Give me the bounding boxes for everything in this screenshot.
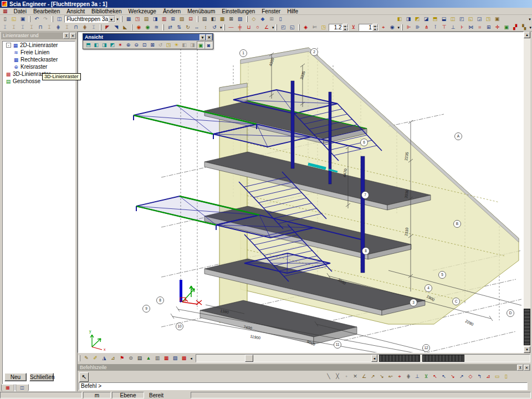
photo-icon[interactable]: ◧	[181, 41, 188, 49]
grid-red-icon[interactable]: ▦	[162, 355, 171, 362]
tree-expander-icon[interactable]: -	[6, 43, 11, 48]
undo-icon[interactable]: ↶	[32, 16, 41, 23]
save-icon[interactable]: ▣	[18, 16, 27, 23]
mid-more-button[interactable]: ▾	[397, 24, 400, 31]
project-icon[interactable]: ▦	[124, 16, 133, 23]
menu-werkzeuge[interactable]: Werkzeuge	[125, 8, 160, 15]
zoom-all-icon[interactable]: ⊠	[149, 41, 156, 49]
calc-icon[interactable]: ◇	[249, 16, 258, 23]
snap-end-icon[interactable]: ↖	[431, 372, 439, 381]
rotate-icon[interactable]: ↻	[183, 24, 192, 31]
command-line-header[interactable]: Befehlszeile ⊼ ✕	[78, 364, 530, 371]
wall-icon[interactable]: ⌶	[27, 24, 36, 31]
section-icon[interactable]: ▧	[177, 16, 186, 23]
scale-spinner[interactable]: 1.2 ▲▼	[329, 24, 349, 31]
support-icon[interactable]: ◉	[134, 24, 143, 31]
draw-more-button[interactable]: ▾	[272, 24, 274, 31]
render-view-icon[interactable]: ◙	[204, 41, 213, 49]
status-plane[interactable]: Ebene XY	[112, 392, 144, 398]
tab-windows[interactable]: ◫	[16, 384, 29, 391]
slab-icon[interactable]: ⋕	[80, 24, 89, 31]
connect-5-icon[interactable]: ⊤	[440, 24, 449, 31]
snap-tab-icon[interactable]: ▯	[502, 372, 510, 381]
snap-node-icon[interactable]: ↖	[439, 372, 448, 381]
subsoil-icon[interactable]: ≋	[152, 24, 161, 31]
copy-icon[interactable]: ⇅	[175, 24, 183, 31]
rib-icon[interactable]: ⊓	[36, 24, 45, 31]
viewport-collapse-button[interactable]: ◂	[189, 355, 193, 362]
tree-item-rechteckraster[interactable]: ▦Rechteckraster	[3, 56, 75, 63]
connect-9-icon[interactable]: ⌗	[475, 24, 484, 31]
beam-icon[interactable]: ⌶	[1, 24, 9, 31]
snap-int-icon[interactable]: ↘	[448, 372, 457, 381]
connect-10-icon[interactable]: ⊞	[484, 24, 493, 31]
steel-more-button[interactable]: ▾	[529, 24, 532, 31]
view-top-icon[interactable]: ⬒	[84, 41, 92, 49]
table-icon[interactable]: ⊟	[186, 16, 195, 23]
wnd-close-icon[interactable]: ◪	[422, 16, 431, 23]
snap-arc-icon[interactable]: ↰	[475, 372, 484, 381]
wnd-max-icon[interactable]: ◲	[475, 16, 484, 23]
select-cursor-icon[interactable]: ✎	[82, 355, 91, 362]
calc-view-icon[interactable]: ▣	[197, 41, 205, 49]
menu-bearbeiten[interactable]: Bearbeiten	[30, 8, 63, 15]
wnd-float-icon[interactable]: ◰	[457, 16, 466, 23]
spinner2-down-icon[interactable]: ▼	[372, 27, 378, 30]
workplane-icon[interactable]: ◨	[151, 16, 160, 23]
connect-11-icon[interactable]: ✛	[493, 24, 502, 31]
wnd-dock-icon[interactable]: ◫	[448, 16, 457, 23]
grid-settings-icon[interactable]: ▥	[160, 16, 168, 23]
ruler-icon[interactable]: ◮	[100, 355, 109, 362]
tree-item-freie-linien[interactable]: ≋Freie Linien	[3, 49, 75, 56]
frame-conn-icon[interactable]: ▚	[520, 24, 529, 31]
vertical-scrollbar[interactable]: ▲ ▼	[524, 32, 530, 353]
vscroll-thumb[interactable]	[524, 309, 530, 345]
cmd-pin-icon[interactable]: ⊼	[517, 365, 523, 371]
tree-item-kreisraster[interactable]: ⊕Kreisraster	[3, 63, 75, 70]
menu-menübaum[interactable]: Menübaum	[184, 8, 218, 15]
wnd-new-icon[interactable]: ◩	[413, 16, 422, 23]
opening-icon[interactable]: ⊓	[71, 24, 80, 31]
connect-7-icon[interactable]: ⊦	[458, 24, 467, 31]
scale2-spinner[interactable]: 1 ▲▼	[359, 24, 378, 31]
vscroll-down-arrow[interactable]: ▼	[524, 346, 530, 353]
move-icon[interactable]: ⇄	[166, 24, 175, 31]
cursor-mode-button[interactable]: ↖	[79, 372, 89, 382]
pan-slider[interactable]	[379, 355, 420, 362]
flag-icon[interactable]: ⚑	[117, 355, 126, 362]
modify-draw-icon[interactable]: ✐	[91, 355, 100, 362]
grid-blue-icon[interactable]: ▧	[171, 355, 180, 362]
zoom-out-icon[interactable]: ⊖	[132, 41, 140, 49]
connect-6-icon[interactable]: ⊥	[449, 24, 458, 31]
line-icon[interactable]: —	[227, 24, 236, 31]
zoom-window-icon[interactable]: ⊡	[140, 41, 148, 49]
ansicht-title-bar[interactable]: Ansicht ▾ ✕	[83, 34, 213, 40]
document-icon[interactable]: ⊠	[227, 16, 236, 23]
ansicht-dropdown-icon[interactable]: ▾	[200, 34, 206, 40]
zoom-slider[interactable]	[422, 355, 464, 362]
graphics-viewport[interactable]: 4000333522352030211044701380740011900906…	[78, 32, 524, 353]
model-3d-scene[interactable]: 4000333522352030211044701380740011900906…	[78, 32, 523, 352]
edge-icon[interactable]: ◣	[121, 24, 130, 31]
wire-mode-icon[interactable]: ▥	[153, 355, 162, 362]
view-1-icon[interactable]: ◰	[279, 24, 288, 31]
vscroll-up-arrow[interactable]: ▲	[524, 32, 530, 38]
table-red-icon[interactable]: ▩	[180, 355, 188, 362]
connect-3-icon[interactable]: ⋔	[422, 24, 431, 31]
menu-hilfe[interactable]: Hilfe	[284, 8, 301, 15]
angle-icon[interactable]: ∠	[262, 24, 271, 31]
snap-orto-icon[interactable]: ↗	[457, 372, 466, 381]
wnd-pane-icon[interactable]: ⬓	[439, 16, 448, 23]
render-mode-icon[interactable]: ▲	[144, 355, 153, 362]
view-front-icon[interactable]: ◧	[92, 41, 100, 49]
toolbar-right-more-button[interactable]: ▾	[528, 16, 532, 23]
snap-line-icon[interactable]: ╲	[324, 372, 333, 381]
check-icon[interactable]: ◆	[258, 16, 267, 23]
hinge-icon[interactable]: ◉	[143, 24, 152, 31]
open-icon[interactable]: ◱	[9, 16, 18, 23]
redo-icon[interactable]: ↷	[41, 16, 50, 23]
close-project-icon[interactable]: ◫	[55, 16, 64, 23]
mdi-child-icon[interactable]: ▦	[0, 8, 11, 14]
modify-more-button[interactable]: ▾	[219, 24, 222, 31]
ansicht-close-icon[interactable]: ✕	[206, 34, 212, 40]
